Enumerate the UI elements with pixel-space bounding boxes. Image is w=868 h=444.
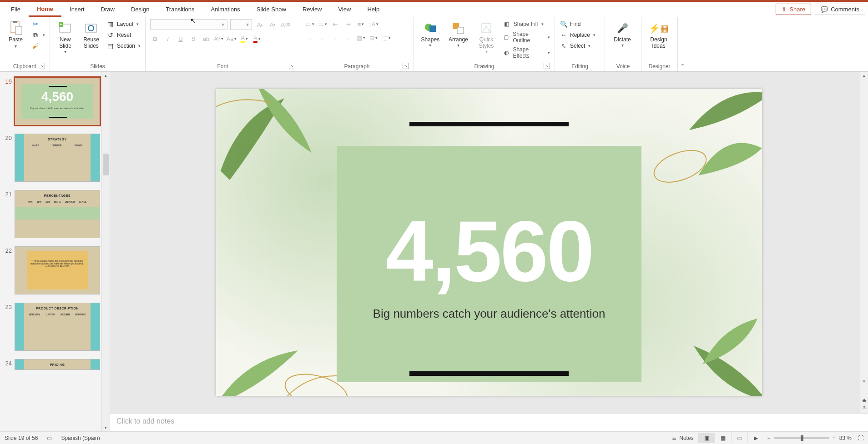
zoom-in-button[interactable]: + — [833, 435, 836, 441]
thumbnail-slide[interactable]: PERCENTAGES45%60%20%MARSJUPITERVENUS — [15, 190, 100, 238]
font-size-select[interactable]: ▾ — [230, 19, 252, 30]
decrease-font-button[interactable]: A▾ — [267, 20, 278, 30]
paste-button[interactable]: Paste▾ — [5, 19, 27, 50]
text-direction-button[interactable]: ↕A — [368, 19, 378, 29]
highlight-button[interactable]: A — [239, 34, 249, 44]
columns-button[interactable]: ▥ — [356, 33, 366, 43]
justify-button[interactable]: ≡ — [343, 33, 353, 43]
copy-button[interactable]: ⧉ — [31, 31, 45, 39]
sorter-view-button[interactable]: ▦ — [715, 433, 731, 443]
font-launcher[interactable]: ↘ — [289, 63, 295, 69]
tab-animations[interactable]: Animations — [203, 2, 248, 17]
font-color-button[interactable]: A — [252, 34, 262, 44]
tab-insert[interactable]: Insert — [61, 2, 93, 17]
align-left-button[interactable]: ≡ — [305, 33, 315, 43]
canvas-scroll-down-icon[interactable]: ▾ — [860, 378, 868, 385]
smartart-button[interactable]: ⬚ — [381, 33, 391, 43]
shadow-button[interactable]: S — [188, 34, 198, 44]
dictate-button[interactable]: 🎤 Dictate▾ — [610, 19, 635, 48]
thumbnail-row[interactable]: 23PRODUCT DESCRIPTIONMERCURYJUPITERSATUR… — [2, 303, 106, 351]
align-right-button[interactable]: ≡ — [330, 33, 340, 43]
italic-button[interactable]: I — [163, 34, 173, 44]
next-slide-button[interactable]: ≚ — [862, 405, 866, 411]
tab-draw[interactable]: Draw — [93, 2, 123, 17]
paragraph-launcher[interactable]: ↘ — [403, 63, 409, 69]
reading-view-button[interactable]: ▭ — [731, 433, 747, 443]
thumbnail-scrollbar[interactable]: ▴ ▾ — [101, 72, 110, 431]
increase-font-button[interactable]: A▴ — [255, 20, 265, 30]
design-ideas-button[interactable]: ⚡▦ Design Ideas — [646, 19, 671, 49]
shape-effects-button[interactable]: ◐Shape Effects — [503, 46, 550, 59]
normal-view-button[interactable]: ▣ — [698, 433, 715, 443]
shapes-button[interactable]: Shapes▾ — [419, 19, 442, 48]
new-slide-button[interactable]: + New Slide▾ — [55, 19, 76, 54]
share-button[interactable]: ⇧Share — [776, 4, 811, 15]
section-button[interactable]: ▤Section — [106, 42, 141, 50]
shape-fill-button[interactable]: ◧Shape Fill — [503, 20, 550, 28]
canvas-scrollbar[interactable]: ▴ ▾ ≙ ≚ — [860, 72, 868, 413]
collapse-ribbon-button[interactable]: ⌃ — [678, 17, 687, 71]
align-center-button[interactable]: ≡ — [318, 33, 328, 43]
replace-button[interactable]: ↔Replace — [560, 31, 595, 39]
align-text-button[interactable]: ⊟ — [368, 33, 378, 43]
quick-styles-button[interactable]: Quick Styles▾ — [474, 19, 498, 54]
reset-button[interactable]: ↺Reset — [106, 31, 141, 39]
tab-review[interactable]: Review — [294, 2, 330, 17]
tab-help[interactable]: Help — [359, 2, 388, 17]
slide-canvas[interactable]: 4,560 Big numbers catch your audience's … — [216, 89, 762, 396]
thumbnail-slide[interactable]: 4,560Big numbers catch your audience's a… — [15, 77, 100, 125]
clear-format-button[interactable]: A⌫ — [280, 20, 290, 30]
tab-file[interactable]: File — [3, 2, 29, 17]
tab-transitions[interactable]: Transitions — [157, 2, 202, 17]
layout-button[interactable]: ▥Layout — [106, 20, 141, 28]
scroll-down-icon[interactable]: ▾ — [102, 424, 110, 431]
zoom-slider-handle[interactable] — [801, 435, 803, 441]
tab-slideshow[interactable]: Slide Show — [248, 2, 294, 17]
font-name-select[interactable]: ▾ — [150, 19, 227, 30]
thumbnail-row[interactable]: 22"This is a quote, words full of wisdom… — [2, 246, 106, 294]
thumbnail-slide[interactable]: STRATEGYMARSJUPITERVENUS — [15, 134, 100, 182]
drawing-launcher[interactable]: ↘ — [544, 63, 550, 69]
indent-button[interactable]: ⇥ — [343, 19, 353, 29]
tab-view[interactable]: View — [330, 2, 359, 17]
reuse-slides-button[interactable]: Reuse Slides — [81, 19, 102, 49]
tab-design[interactable]: Design — [123, 2, 157, 17]
comments-button[interactable]: 💬Comments — [815, 4, 865, 15]
format-painter-button[interactable]: 🖌 — [31, 42, 45, 50]
thumbnail-row[interactable]: 194,560Big numbers catch your audience's… — [2, 77, 106, 125]
thumbnail-slide[interactable]: "This is a quote, words full of wisdom t… — [15, 246, 100, 294]
bold-button[interactable]: B — [150, 34, 160, 44]
accessibility-check-button[interactable]: ▭ — [47, 435, 52, 441]
find-button[interactable]: 🔍Find — [560, 20, 595, 28]
zoom-level[interactable]: 83 % — [839, 435, 852, 441]
select-button[interactable]: ↖Select — [560, 42, 595, 50]
thumbnail-slide[interactable]: PRODUCT DESCRIPTIONMERCURYJUPITERSATURNN… — [15, 303, 100, 351]
slide-canvas-area[interactable]: 4,560 Big numbers catch your audience's … — [110, 72, 868, 413]
strike-button[interactable]: ab — [201, 34, 211, 44]
slideshow-view-button[interactable]: ▶ — [747, 433, 764, 443]
canvas-scroll-up-icon[interactable]: ▴ — [860, 72, 868, 79]
fit-window-button[interactable]: ⛶ — [858, 435, 863, 441]
thumbnail-slide[interactable]: PRICING — [15, 359, 100, 370]
notes-pane[interactable]: Click to add notes — [110, 413, 868, 431]
underline-button[interactable]: U — [176, 34, 186, 44]
outdent-button[interactable]: ⇤ — [330, 19, 340, 29]
thumbnail-row[interactable]: 21PERCENTAGES45%60%20%MARSJUPITERVENUS — [2, 190, 106, 238]
thumbnail-row[interactable]: 20STRATEGYMARSJUPITERVENUS — [2, 134, 106, 182]
scroll-up-icon[interactable]: ▴ — [102, 72, 110, 79]
change-case-button[interactable]: Aa — [227, 34, 237, 44]
clipboard-launcher[interactable]: ↘ — [39, 63, 45, 69]
scrollbar-handle[interactable] — [103, 154, 109, 175]
cut-button[interactable]: ✂ — [31, 20, 45, 28]
arrange-button[interactable]: Arrange▾ — [447, 19, 470, 48]
thumbnail-row[interactable]: 24PRICING — [2, 359, 106, 370]
tab-home[interactable]: Home — [29, 2, 61, 17]
notes-toggle-button[interactable]: ≣Notes — [672, 435, 693, 441]
numbering-button[interactable]: ≕ — [318, 19, 328, 29]
shape-outline-button[interactable]: ▢Shape Outline — [503, 31, 550, 44]
zoom-out-button[interactable]: − — [767, 435, 771, 441]
zoom-slider[interactable] — [774, 437, 829, 439]
line-spacing-button[interactable]: ≡ — [356, 19, 366, 29]
slide-counter[interactable]: Slide 19 of 56 — [5, 435, 38, 441]
language-indicator[interactable]: Spanish (Spain) — [61, 435, 100, 441]
